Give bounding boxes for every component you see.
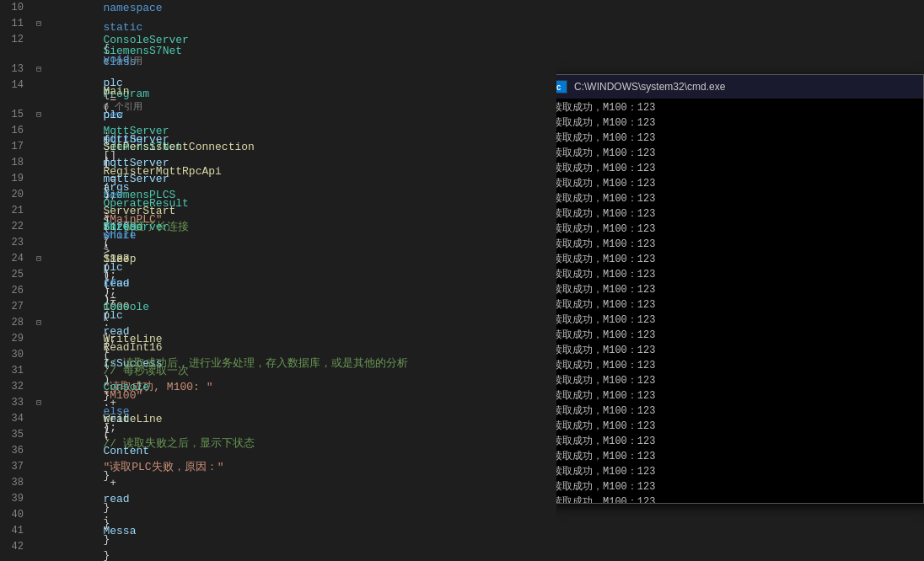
line-num-16: 16 (0, 123, 30, 139)
cmd-line-4: 读取成功，M100：123 (552, 146, 918, 161)
cmd-line-24: 读取成功，M100：123 (552, 449, 918, 464)
collapse-icon-33[interactable]: ⊟ (33, 398, 45, 409)
cmd-line-3: 读取成功，M100：123 (552, 131, 918, 146)
collapse-icon-15[interactable]: ⊟ (33, 110, 45, 121)
line-num-13-ref: 13 (0, 48, 30, 61)
line-num-42: 42 (0, 539, 30, 555)
cmd-line-13: 读取成功，M100：123 (552, 282, 918, 297)
line-42: 42 } (0, 539, 556, 555)
cmd-line-25: 读取成功，M100：123 (552, 464, 918, 479)
line-num-10: 10 (0, 0, 30, 16)
line-num-28: 28 (0, 315, 30, 331)
collapse-icon-11[interactable]: ⊟ (33, 19, 45, 30)
cmd-line-1: 读取成功，M100：123 (552, 100, 918, 115)
code-lines: 10 11 ⊟ namespace ConsoleServer 12 { (0, 0, 556, 555)
line-num-26: 26 (0, 283, 30, 299)
cmd-title-text: C:\WINDOWS\system32\cmd.exe (574, 81, 916, 93)
cmd-line-27: 读取成功，M100：123 (552, 494, 918, 503)
cmd-body: 读取成功，M100：123 读取成功，M100：123 读取成功，M100：12… (547, 99, 923, 503)
line-num-17: 17 (0, 139, 30, 155)
svg-text:C: C (556, 84, 561, 93)
line-num-30: 30 (0, 347, 30, 363)
cmd-line-22: 读取成功，M100：123 (552, 419, 918, 434)
line-num-21: 21 (0, 203, 30, 219)
cmd-line-18: 读取成功，M100：123 (552, 358, 918, 373)
line-num-29: 29 (0, 331, 30, 347)
gutter-11[interactable]: ⊟ (30, 19, 47, 30)
code-content-42: } (47, 516, 556, 562)
line-num-34: 34 (0, 411, 30, 427)
line-num-41: 41 (0, 523, 30, 539)
line-num-39: 39 (0, 491, 30, 507)
cmd-line-9: 读取成功，M100：123 (552, 222, 918, 237)
line-num-35: 35 (0, 427, 30, 443)
cmd-line-17: 读取成功，M100：123 (552, 343, 918, 358)
cmd-line-23: 读取成功，M100：123 (552, 434, 918, 449)
code-editor: 10 11 ⊟ namespace ConsoleServer 12 { (0, 0, 556, 561)
gutter-28[interactable]: ⊟ (30, 318, 47, 329)
line-num-18: 18 (0, 155, 30, 171)
cmd-line-7: 读取成功，M100：123 (552, 191, 918, 206)
line-num-25: 25 (0, 267, 30, 283)
line-num-32: 32 (0, 379, 30, 395)
cmd-line-11: 读取成功，M100：123 (552, 252, 918, 267)
cmd-line-10: 读取成功，M100：123 (552, 237, 918, 252)
cmd-window[interactable]: C C:\WINDOWS\system32\cmd.exe 读取成功，M100：… (546, 74, 924, 504)
line-num-36: 36 (0, 443, 30, 459)
line-num-40: 40 (0, 507, 30, 523)
line-num-20: 20 (0, 187, 30, 203)
cmd-line-21: 读取成功，M100：123 (552, 403, 918, 419)
cmd-line-5: 读取成功，M100：123 (552, 161, 918, 176)
collapse-icon-24[interactable]: ⊟ (33, 254, 45, 265)
cmd-line-14: 读取成功，M100：123 (552, 297, 918, 313)
cmd-line-20: 读取成功，M100：123 (552, 388, 918, 403)
line-num-13: 13 (0, 61, 30, 77)
collapse-icon-28[interactable]: ⊟ (33, 318, 45, 329)
cmd-line-19: 读取成功，M100：123 (552, 373, 918, 388)
line-num-14: 14 (0, 77, 30, 94)
line-num-31: 31 (0, 363, 30, 379)
gutter-13[interactable]: ⊟ (30, 64, 47, 76)
line-num-33: 33 (0, 395, 30, 411)
line-num-22: 22 (0, 219, 30, 235)
cmd-line-8: 读取成功，M100：123 (552, 206, 918, 222)
gutter-33[interactable]: ⊟ (30, 398, 47, 409)
cmd-line-6: 读取成功，M100：123 (552, 176, 918, 191)
collapse-icon-13[interactable]: ⊟ (33, 64, 45, 76)
gutter-15[interactable]: ⊟ (30, 110, 47, 121)
gutter-24[interactable]: ⊟ (30, 254, 47, 265)
line-num-19: 19 (0, 171, 30, 187)
line-num-27: 27 (0, 299, 30, 315)
line-num-38: 38 (0, 475, 30, 491)
line-num-12: 12 (0, 32, 30, 48)
cmd-line-15: 读取成功，M100：123 (552, 313, 918, 328)
cmd-line-2: 读取成功，M100：123 (552, 115, 918, 131)
cmd-line-26: 读取成功，M100：123 (552, 479, 918, 494)
line-num-37: 37 (0, 459, 30, 475)
line-num-11: 11 (0, 16, 30, 32)
cmd-line-12: 读取成功，M100：123 (552, 267, 918, 282)
cmd-titlebar: C C:\WINDOWS\system32\cmd.exe (547, 75, 923, 99)
cmd-line-16: 读取成功，M100：123 (552, 328, 918, 343)
line-num-23: 23 (0, 235, 30, 251)
line-num-15: 15 (0, 107, 30, 123)
line-num-24: 24 (0, 251, 30, 267)
